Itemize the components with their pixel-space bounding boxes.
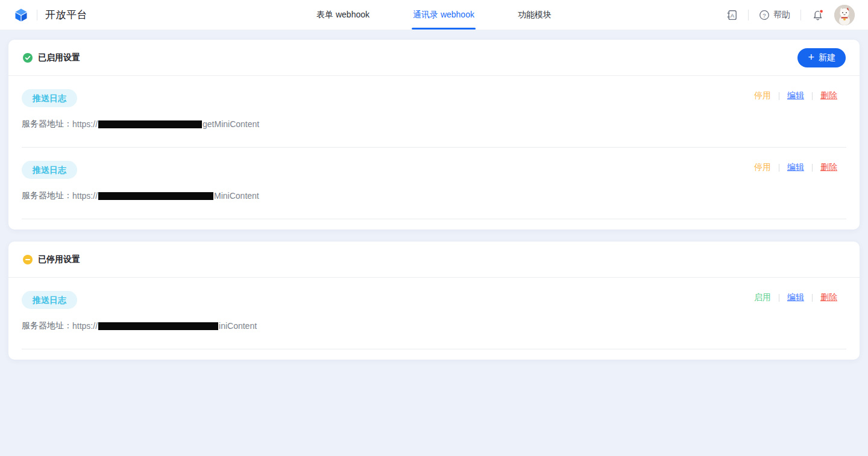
server-url-prefix: https:// [72, 191, 98, 201]
server-address-label: 服务器地址： [22, 320, 72, 331]
tab-form-webhook[interactable]: 表单 webhook [316, 0, 370, 30]
enabled-settings-card: 已启用设置 + 新建 推送日志 停用 编辑 删除 服务器地址：https://g… [8, 40, 860, 230]
action-divider [779, 92, 779, 100]
server-url-prefix: https:// [72, 119, 98, 129]
enable-link[interactable]: 启用 [754, 292, 771, 303]
server-url-suffix: iniContent [219, 321, 257, 331]
brand-divider [37, 10, 37, 20]
redacted-url-segment [98, 192, 213, 200]
server-address-line: 服务器地址：https://iniContent [22, 321, 846, 331]
webhook-row: 推送日志 启用 编辑 删除 服务器地址：https://iniContent [8, 278, 860, 349]
row-actions: 启用 编辑 删除 [754, 292, 837, 303]
page-title: 开放平台 [45, 8, 87, 22]
row-divider [22, 349, 846, 349]
push-log-badge[interactable]: 推送日志 [22, 291, 77, 309]
navbar-divider-2 [800, 10, 801, 20]
server-address-line: 服务器地址：https://getMiniContent [22, 119, 846, 129]
delete-link[interactable]: 删除 [820, 90, 837, 101]
navbar-divider-1 [748, 10, 749, 20]
action-divider [812, 294, 813, 302]
main-content: 已启用设置 + 新建 推送日志 停用 编辑 删除 服务器地址：https://g… [8, 40, 860, 360]
row-actions: 停用 编辑 删除 [754, 90, 837, 101]
server-url-suffix: getMiniContent [203, 119, 259, 129]
brand: 开放平台 [13, 7, 87, 23]
help-label: 帮助 [773, 10, 790, 20]
navbar-right: A ? 帮助 [726, 5, 855, 25]
question-mark-icon: ? [763, 11, 766, 18]
row-divider [22, 219, 846, 219]
delete-link[interactable]: 删除 [820, 162, 837, 173]
push-log-badge[interactable]: 推送日志 [22, 161, 77, 179]
row-actions: 停用 编辑 删除 [754, 162, 837, 173]
enabled-section-title: 已启用设置 [38, 52, 80, 63]
disabled-settings-header: 已停用设置 [8, 242, 860, 278]
redacted-url-segment [98, 120, 202, 128]
tab-feature-modules[interactable]: 功能模块 [518, 0, 552, 30]
action-divider [812, 164, 813, 172]
disabled-minus-icon [23, 255, 33, 264]
disable-link[interactable]: 停用 [754, 90, 771, 101]
tab-contacts-webhook[interactable]: 通讯录 webhook [413, 0, 474, 30]
top-navbar: 开放平台 表单 webhook 通讯录 webhook 功能模块 A ? 帮助 [0, 0, 868, 30]
nav-tabs: 表单 webhook 通讯录 webhook 功能模块 [316, 0, 552, 30]
plus-icon: + [808, 52, 814, 63]
enabled-settings-header: 已启用设置 + 新建 [8, 40, 860, 76]
app-logo-cube-icon[interactable] [13, 7, 29, 23]
enabled-check-icon [23, 53, 33, 63]
address-book-letter: A [731, 11, 735, 18]
new-webhook-button[interactable]: + 新建 [797, 48, 846, 67]
notification-unread-dot [820, 10, 823, 13]
webhook-row: 推送日志 停用 编辑 删除 服务器地址：https://getMiniConte… [8, 76, 860, 148]
help-button[interactable]: ? 帮助 [759, 10, 790, 20]
address-book-icon[interactable]: A [726, 9, 738, 21]
disabled-section-title: 已停用设置 [38, 254, 80, 265]
edit-link[interactable]: 编辑 [787, 162, 804, 173]
disabled-settings-card: 已停用设置 推送日志 启用 编辑 删除 服务器地址：https://iniCon… [8, 242, 860, 360]
avatar[interactable] [834, 5, 855, 25]
action-divider [812, 92, 813, 100]
server-address-line: 服务器地址：https://MiniContent [22, 191, 846, 201]
delete-link[interactable]: 删除 [820, 292, 837, 303]
action-divider [779, 164, 779, 172]
edit-link[interactable]: 编辑 [787, 292, 804, 303]
push-log-badge[interactable]: 推送日志 [22, 89, 77, 107]
edit-link[interactable]: 编辑 [787, 90, 804, 101]
action-divider [779, 294, 779, 302]
server-address-label: 服务器地址： [22, 119, 72, 130]
disable-link[interactable]: 停用 [754, 162, 771, 173]
notification-bell-icon[interactable] [811, 8, 824, 21]
server-url-suffix: MiniContent [214, 191, 259, 201]
redacted-url-segment [98, 322, 218, 330]
webhook-row: 推送日志 停用 编辑 删除 服务器地址：https://MiniContent [8, 148, 860, 219]
server-address-label: 服务器地址： [22, 190, 72, 201]
new-button-label: 新建 [819, 52, 835, 63]
server-url-prefix: https:// [72, 321, 98, 331]
